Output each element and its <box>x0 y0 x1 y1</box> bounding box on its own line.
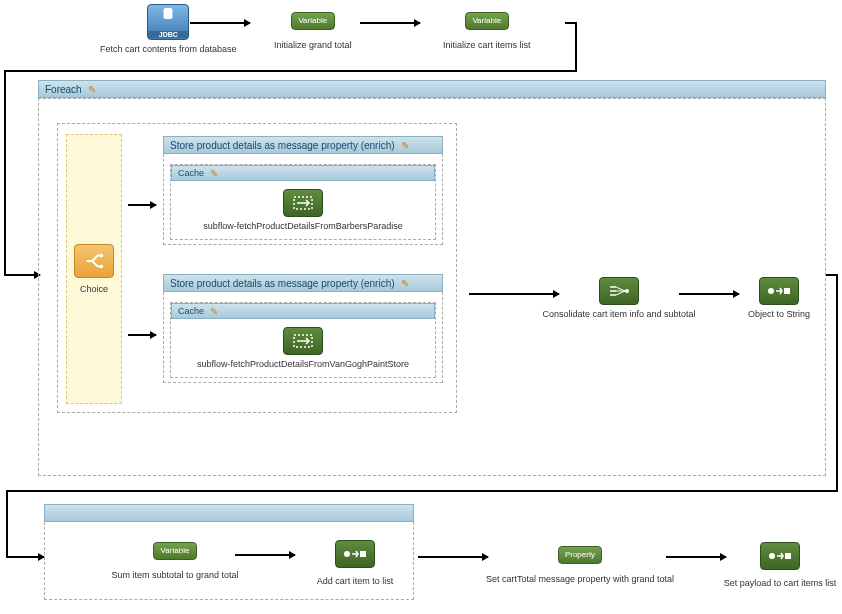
connector <box>6 490 8 556</box>
enrich-block-2[interactable]: Store product details as message propert… <box>163 274 443 383</box>
cache2-header: Cache <box>171 303 435 319</box>
svg-rect-8 <box>360 551 366 557</box>
bottom-header <box>44 504 414 522</box>
sum-label: Sum item subtotal to grand total <box>105 570 245 580</box>
choice-icon <box>74 244 114 278</box>
subflow-node-2[interactable]: subflow-fetchProductDetailsFromVanGoghPa… <box>171 327 435 369</box>
variable-icon: Variable <box>465 12 509 30</box>
arrow <box>666 556 726 558</box>
cache1-title: Cache <box>178 168 204 178</box>
arrow <box>418 556 488 558</box>
set-payload-node[interactable]: Set payload to cart items list <box>720 542 840 588</box>
connector <box>836 274 838 492</box>
connector <box>4 70 6 274</box>
foreach-title: Foreach <box>45 84 82 95</box>
add-to-list-icon <box>335 540 375 568</box>
foreach-scope[interactable]: Foreach Choice Store product details a <box>38 80 826 478</box>
obj-to-str-label: Object to String <box>739 309 819 319</box>
set-payload-label: Set payload to cart items list <box>720 578 840 588</box>
arrow <box>190 22 250 24</box>
init-list-label: Initialize cart items list <box>443 40 531 50</box>
cache1-header: Cache <box>171 165 435 181</box>
svg-rect-6 <box>784 288 790 294</box>
cache-block-1[interactable]: Cache subflow-fetchProductDetailsFromBar… <box>170 164 436 240</box>
object-to-string-node[interactable]: Object to String <box>739 277 819 319</box>
set-cart-total-node[interactable]: Property Set cartTotal message property … <box>480 546 680 584</box>
arrow <box>360 22 420 24</box>
foreach-body: Choice Store product details as message … <box>38 98 826 476</box>
init-grand-total-node[interactable]: Variable Initialize grand total <box>274 12 352 50</box>
enrich2-header: Store product details as message propert… <box>163 274 443 292</box>
cache-block-2[interactable]: Cache subflow-fetchProductDetailsFromVan… <box>170 302 436 378</box>
svg-point-4 <box>625 289 629 293</box>
subflow1-label: subflow-fetchProductDetailsFromBarbersPa… <box>171 221 435 231</box>
property-icon: Property <box>558 546 602 564</box>
svg-point-5 <box>768 288 774 294</box>
variable-icon: Variable <box>153 542 197 560</box>
arrow <box>4 274 40 276</box>
variable-icon: Variable <box>291 12 335 30</box>
flow-reference-icon <box>283 189 323 217</box>
init-total-label: Initialize grand total <box>274 40 352 50</box>
edit-icon[interactable] <box>401 140 411 150</box>
cache2-title: Cache <box>178 306 204 316</box>
svg-point-7 <box>344 551 350 557</box>
enrich2-title: Store product details as message propert… <box>170 278 395 289</box>
database-icon: JDBC <box>147 4 189 40</box>
arrow <box>679 293 739 295</box>
jdbc-node[interactable]: JDBC Fetch cart contents from database <box>100 4 237 54</box>
arrow <box>235 554 295 556</box>
subflow2-label: subflow-fetchProductDetailsFromVanGoghPa… <box>171 359 435 369</box>
transformer-icon <box>599 277 639 305</box>
bottom-scope[interactable]: Variable Sum item subtotal to grand tota… <box>44 504 414 600</box>
connector <box>6 490 838 492</box>
set-payload-icon <box>760 542 800 570</box>
jdbc-label: Fetch cart contents from database <box>100 44 237 54</box>
edit-icon[interactable] <box>401 278 411 288</box>
connector <box>4 70 577 72</box>
connector <box>575 22 577 72</box>
object-to-string-icon <box>759 277 799 305</box>
choice-column: Choice <box>66 134 122 404</box>
svg-point-1 <box>100 265 104 269</box>
edit-icon[interactable] <box>210 168 220 178</box>
sum-subtotal-node[interactable]: Variable Sum item subtotal to grand tota… <box>105 542 245 580</box>
svg-point-0 <box>100 254 104 258</box>
choice-scope[interactable]: Choice Store product details as message … <box>57 123 457 413</box>
arrow <box>128 204 156 206</box>
svg-rect-10 <box>785 553 791 559</box>
enrich-block-1[interactable]: Store product details as message propert… <box>163 136 443 245</box>
edit-icon[interactable] <box>88 84 98 94</box>
foreach-header: Foreach <box>38 80 826 98</box>
arrow <box>6 556 44 558</box>
choice-label: Choice <box>80 284 108 294</box>
arrow <box>128 334 156 336</box>
add-label: Add cart item to list <box>305 576 405 586</box>
enrich1-title: Store product details as message propert… <box>170 140 395 151</box>
edit-icon[interactable] <box>210 306 220 316</box>
add-cart-item-node[interactable]: Add cart item to list <box>305 540 405 586</box>
enrich1-header: Store product details as message propert… <box>163 136 443 154</box>
flow-reference-icon <box>283 327 323 355</box>
set-total-label: Set cartTotal message property with gran… <box>480 574 680 584</box>
consolidate-label: Consolidate cart item info and subtotal <box>539 309 699 319</box>
consolidate-node[interactable]: Consolidate cart item info and subtotal <box>539 277 699 319</box>
init-cart-list-node[interactable]: Variable Initialize cart items list <box>443 12 531 50</box>
svg-point-9 <box>769 553 775 559</box>
subflow-node-1[interactable]: subflow-fetchProductDetailsFromBarbersPa… <box>171 189 435 231</box>
